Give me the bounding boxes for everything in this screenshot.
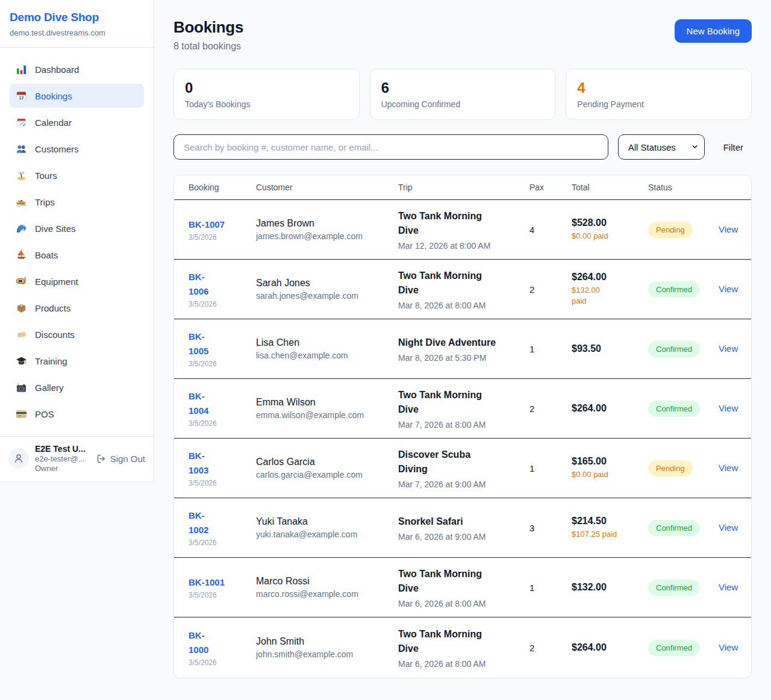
table-row: BK- 1003 3/5/2026 Carlos Garcia carlos.g… — [174, 439, 751, 498]
booking-date: 3/5/2026 — [189, 658, 244, 667]
booking-id-link[interactable]: BK- 1000 — [189, 628, 208, 657]
trip-name: Two Tank Morning Dive — [398, 627, 517, 656]
stat-label: Upcoming Confirmed — [381, 99, 545, 109]
trip-datetime: Mar 12, 2026 at 8:00 AM — [398, 241, 517, 251]
trips-icon — [16, 196, 27, 208]
stat-card-pending-payment: 4 Pending Payment — [566, 69, 752, 120]
discounts-icon — [16, 329, 27, 340]
trip-datetime: Mar 6, 2026 at 9:00 AM — [398, 532, 517, 542]
customer-name: James Brown — [256, 218, 386, 229]
customer-name: Lisa Chen — [256, 337, 386, 348]
total-amount: $165.00 — [572, 456, 636, 467]
pax-count: 1 — [529, 583, 572, 593]
total-amount: $264.00 — [572, 403, 636, 414]
sidebar-item-pos[interactable]: POS — [10, 402, 144, 426]
new-booking-button[interactable]: New Booking — [675, 19, 752, 43]
booking-id-link[interactable]: BK- 1005 — [189, 330, 208, 358]
sidebar-item-dashboard[interactable]: Dashboard — [10, 57, 144, 81]
sidebar-footer: E2E Test U... e2e-tester@... Owner Sign … — [0, 436, 154, 481]
trip-datetime: Mar 8, 2026 at 5:30 PM — [398, 353, 517, 363]
sign-out-label: Sign Out — [110, 454, 145, 464]
booking-id-link[interactable]: BK- 1006 — [189, 270, 208, 298]
view-link[interactable]: View — [719, 403, 738, 413]
paid-note: $0.00 paid — [572, 469, 636, 480]
booking-date: 3/5/2026 — [189, 360, 244, 368]
sidebar-item-products[interactable]: Products — [10, 296, 144, 320]
booking-date: 3/5/2026 — [189, 300, 244, 308]
booking-date: 3/5/2026 — [189, 479, 244, 487]
boats-icon — [16, 249, 27, 261]
view-link[interactable]: View — [719, 522, 738, 533]
trip-name: Snorkel Safari — [398, 514, 517, 529]
table-row: BK-1001 3/5/2026 Marco Rossi marco.rossi… — [174, 558, 751, 617]
pax-count: 1 — [529, 463, 572, 473]
customer-email: john.smith@example.com — [256, 649, 386, 659]
trip-datetime: Mar 6, 2026 at 8:00 AM — [398, 599, 517, 608]
sidebar-header: Demo Dive Shop demo.test.divestreams.com — [0, 0, 154, 48]
trip-datetime: Mar 8, 2026 at 8:00 AM — [398, 301, 517, 310]
view-link[interactable]: View — [719, 224, 738, 234]
view-link[interactable]: View — [719, 582, 738, 592]
status-badge: Confirmed — [648, 520, 700, 536]
booking-id-link[interactable]: BK- 1003 — [189, 449, 208, 477]
stat-value: 0 — [185, 80, 348, 96]
sidebar-item-boats[interactable]: Boats — [10, 243, 144, 267]
customer-name: Yuki Tanaka — [256, 516, 386, 527]
booking-id-link[interactable]: BK-1001 — [189, 575, 225, 589]
page-subtitle: 8 total bookings — [173, 41, 243, 52]
pax-count: 2 — [529, 284, 572, 295]
trip-name: Two Tank Morning Dive — [398, 209, 517, 238]
sidebar: Demo Dive Shop demo.test.divestreams.com… — [0, 0, 154, 482]
search-input[interactable] — [173, 134, 608, 160]
sign-out-button[interactable]: Sign Out — [96, 454, 145, 464]
trip-name: Discover Scuba Diving — [398, 448, 517, 477]
total-amount: $264.00 — [572, 272, 636, 283]
table-row: BK- 1005 3/5/2026 Lisa Chen lisa.chen@ex… — [174, 319, 751, 379]
sidebar-nav: Dashboard 17 Bookings Calendar Customers… — [0, 48, 154, 433]
view-link[interactable]: View — [719, 343, 738, 354]
view-link[interactable]: View — [719, 284, 738, 294]
filter-button[interactable]: Filter — [715, 137, 752, 157]
sidebar-item-customers[interactable]: Customers — [10, 137, 144, 161]
svg-text:17: 17 — [19, 95, 24, 100]
page-header: Bookings 8 total bookings New Booking — [173, 18, 752, 52]
booking-id-link[interactable]: BK- 1002 — [189, 508, 208, 537]
sidebar-item-tours[interactable]: Tours — [10, 163, 144, 187]
sidebar-item-calendar[interactable]: Calendar — [10, 110, 144, 134]
booking-date: 3/5/2026 — [189, 419, 244, 428]
sidebar-item-training[interactable]: Training — [10, 349, 144, 373]
sidebar-item-equipment[interactable]: Equipment — [10, 269, 144, 293]
dive-sites-icon — [16, 223, 27, 234]
trip-name: Two Tank Morning Dive — [398, 269, 517, 298]
sidebar-item-trips[interactable]: Trips — [10, 190, 144, 214]
shop-name: Demo Dive Shop — [10, 11, 144, 24]
booking-id-link[interactable]: BK-1007 — [189, 217, 225, 231]
sidebar-item-bookings[interactable]: 17 Bookings — [10, 84, 144, 108]
trip-datetime: Mar 7, 2026 at 9:00 AM — [398, 480, 517, 489]
bookings-table: Booking Customer Trip Pax Total Status B… — [173, 175, 752, 678]
customer-email: carlos.garcia@example.com — [256, 470, 386, 480]
customer-email: yuki.tanaka@example.com — [256, 530, 386, 539]
view-link[interactable]: View — [719, 463, 738, 473]
status-select[interactable]: All Statuses — [618, 134, 705, 160]
status-select-wrap: All Statuses — [618, 134, 705, 160]
view-link[interactable]: View — [719, 642, 738, 652]
status-badge: Pending — [648, 222, 693, 238]
booking-id-link[interactable]: BK- 1004 — [189, 389, 208, 417]
col-header-trip: Trip — [398, 183, 529, 192]
pax-count: 4 — [529, 225, 572, 235]
main-content: Bookings 8 total bookings New Booking 0 … — [154, 0, 771, 678]
col-header-customer: Customer — [256, 183, 398, 192]
customer-name: Marco Rossi — [256, 576, 386, 587]
page-title: Bookings — [173, 18, 243, 37]
sidebar-item-discounts[interactable]: Discounts — [10, 322, 144, 346]
customer-email: sarah.jones@example.com — [256, 291, 386, 301]
pos-icon — [16, 408, 27, 420]
sidebar-item-gallery[interactable]: Gallery — [10, 375, 144, 399]
trip-name: Two Tank Morning Dive — [398, 388, 517, 417]
sidebar-item-dive-sites[interactable]: Dive Sites — [10, 216, 144, 240]
user-role: Owner — [35, 464, 90, 473]
total-amount: $93.50 — [572, 343, 636, 354]
gallery-icon — [16, 382, 27, 393]
customer-name: Emma Wilson — [256, 397, 386, 408]
